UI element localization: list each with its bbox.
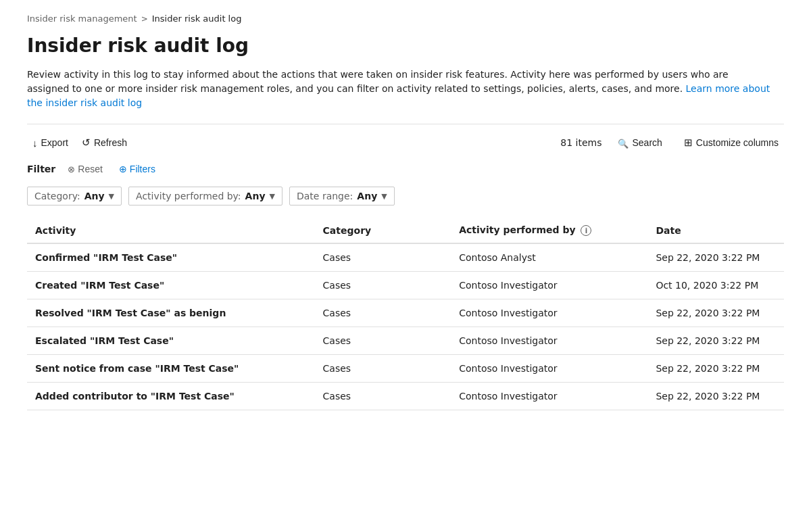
category-filter[interactable]: Category: Any ▼ (27, 187, 122, 205)
column-header-performer: Activity performed by i (451, 218, 647, 243)
breadcrumb-current: Insider risk audit log (152, 14, 242, 24)
cell-category: Cases (315, 243, 451, 272)
breadcrumb: Insider risk management > Insider risk a… (27, 14, 784, 24)
toolbar: Export Refresh 81 items Search Customize… (27, 132, 784, 153)
filter-reset-button[interactable]: ⊗ Reset (64, 161, 107, 177)
cell-date: Sep 22, 2020 3:22 PM (647, 299, 784, 327)
cell-performer: Contoso Investigator (451, 272, 647, 299)
cell-activity: Created "IRM Test Case" (27, 272, 315, 299)
cell-category: Cases (315, 327, 451, 355)
cell-activity: Resolved "IRM Test Case" as benign (27, 299, 315, 327)
cell-category: Cases (315, 383, 451, 410)
items-count: 81 items (560, 137, 601, 148)
breadcrumb-separator: > (141, 14, 148, 24)
breadcrumb-parent[interactable]: Insider risk management (27, 14, 137, 24)
table-row[interactable]: Added contributor to "IRM Test Case" Cas… (27, 383, 784, 410)
column-header-activity: Activity (27, 218, 315, 243)
table-row[interactable]: Resolved "IRM Test Case" as benign Cases… (27, 299, 784, 327)
cell-date: Oct 10, 2020 3:22 PM (647, 272, 784, 299)
search-icon (618, 137, 629, 149)
search-button[interactable]: Search (612, 133, 667, 153)
category-chevron-icon: ▼ (109, 192, 114, 201)
cell-category: Cases (315, 299, 451, 327)
activity-performed-by-filter[interactable]: Activity performed by: Any ▼ (128, 187, 282, 205)
table-row[interactable]: Sent notice from case "IRM Test Case" Ca… (27, 355, 784, 383)
toolbar-right: 81 items Search Customize columns (560, 132, 784, 153)
filter-label: Filter (27, 164, 55, 174)
refresh-button[interactable]: Refresh (76, 132, 132, 153)
table-row[interactable]: Confirmed "IRM Test Case" Cases Contoso … (27, 243, 784, 272)
filter-filters-button[interactable]: ⊕ Filters (115, 161, 159, 177)
toolbar-left: Export Refresh (27, 132, 132, 153)
cell-activity: Confirmed "IRM Test Case" (27, 243, 315, 272)
cell-performer: Contoso Investigator (451, 299, 647, 327)
cell-activity: Escalated "IRM Test Case" (27, 327, 315, 355)
section-divider (27, 124, 784, 124)
customize-icon (684, 137, 693, 149)
cell-category: Cases (315, 272, 451, 299)
cell-performer: Contoso Investigator (451, 355, 647, 383)
page-description: Review activity in this log to stay info… (27, 68, 770, 110)
filter-row: Filter ⊗ Reset ⊕ Filters (27, 161, 784, 177)
cell-performer: Contoso Investigator (451, 327, 647, 355)
date-range-filter[interactable]: Date range: Any ▼ (289, 187, 395, 205)
cell-performer: Contoso Investigator (451, 383, 647, 410)
cell-category: Cases (315, 355, 451, 383)
cell-date: Sep 22, 2020 3:22 PM (647, 383, 784, 410)
table-row[interactable]: Escalated "IRM Test Case" Cases Contoso … (27, 327, 784, 355)
cell-date: Sep 22, 2020 3:22 PM (647, 327, 784, 355)
filters-icon: ⊕ (119, 164, 127, 174)
performer-chevron-icon: ▼ (270, 192, 275, 201)
export-button[interactable]: Export (27, 133, 74, 153)
customize-columns-button[interactable]: Customize columns (679, 132, 784, 153)
column-header-date: Date (647, 218, 784, 243)
date-range-chevron-icon: ▼ (381, 192, 387, 201)
table-row[interactable]: Created "IRM Test Case" Cases Contoso In… (27, 272, 784, 299)
export-icon (32, 137, 38, 149)
cell-date: Sep 22, 2020 3:22 PM (647, 243, 784, 272)
refresh-icon (82, 137, 91, 149)
cell-activity: Sent notice from case "IRM Test Case" (27, 355, 315, 383)
dropdown-filters: Category: Any ▼ Activity performed by: A… (27, 187, 784, 205)
column-header-category: Category (315, 218, 451, 243)
performer-info-icon[interactable]: i (581, 225, 591, 236)
cell-date: Sep 22, 2020 3:22 PM (647, 355, 784, 383)
table-header-row: Activity Category Activity performed by … (27, 218, 784, 243)
cell-performer: Contoso Analyst (451, 243, 647, 272)
page-title: Insider risk audit log (27, 34, 784, 57)
audit-log-table: Activity Category Activity performed by … (27, 218, 784, 410)
reset-icon: ⊗ (68, 164, 75, 174)
cell-activity: Added contributor to "IRM Test Case" (27, 383, 315, 410)
